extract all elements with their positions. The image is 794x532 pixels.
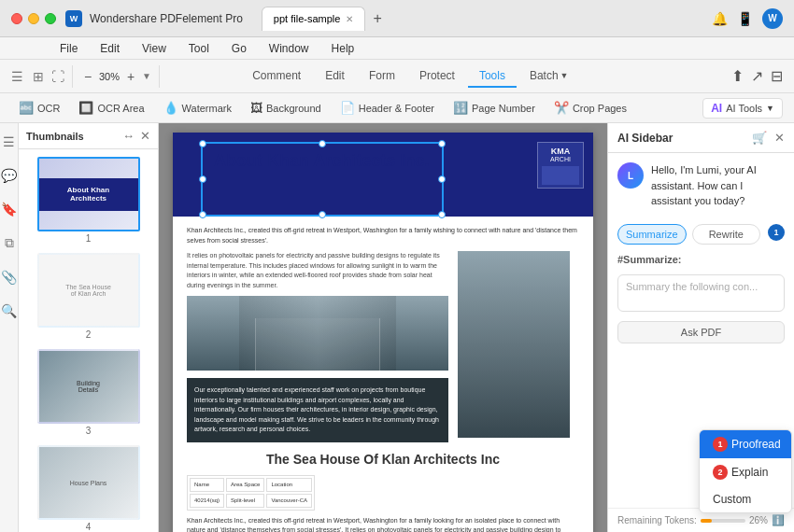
titlebar: W Wondershare PDFelement Pro ppt file-sa…: [0, 0, 794, 37]
summarize-label: #Summarize:: [617, 254, 681, 265]
sidebar-panel: ☰ 💬 🔖 ⧉ 📎 🔍: [0, 123, 19, 532]
thumbnails-header: Thumbnails ↔ ✕: [19, 123, 158, 149]
selection-handle-ml[interactable]: [199, 175, 206, 183]
tab-close-icon[interactable]: ✕: [346, 14, 353, 24]
new-tab-button[interactable]: +: [373, 11, 381, 26]
selection-handle-bm[interactable]: [319, 211, 326, 218]
fullscreen-icon[interactable]: ⛶: [51, 69, 64, 84]
selection-handle-tr[interactable]: [438, 140, 446, 147]
zoom-value: 30%: [99, 71, 120, 82]
info-icon[interactable]: ℹ️: [772, 514, 785, 526]
thumbnails-expand-icon[interactable]: ↔: [122, 129, 135, 143]
doc-col-left: It relies on photovoltaic panels for ele…: [187, 251, 448, 442]
rewrite-button[interactable]: Rewrite: [692, 224, 760, 245]
close-button[interactable]: [11, 13, 22, 24]
tablet-icon[interactable]: 📱: [737, 11, 753, 26]
menu-file[interactable]: File: [56, 40, 81, 57]
thumbnail-page-4[interactable]: House Plans 4: [26, 445, 150, 532]
thumbnails-panel: Thumbnails ↔ ✕ About KhanArchitects 1 Th…: [19, 123, 159, 532]
menu-tool[interactable]: Tool: [185, 40, 213, 57]
tab-batch[interactable]: Batch ▼: [518, 65, 580, 88]
ai-text-area[interactable]: Summary the following con...: [617, 274, 785, 312]
menu-window[interactable]: Window: [265, 40, 313, 57]
upload-icon[interactable]: ⬆: [731, 67, 744, 85]
selection-handle-tm[interactable]: [319, 140, 326, 147]
doc-section2-text: Our exceptionally talented and experienc…: [194, 385, 441, 435]
thumbnail-page-2[interactable]: The Sea Houseof Klan Arch 2: [26, 253, 150, 340]
ai-input-placeholder: Summary the following con...: [626, 281, 758, 292]
attachment-icon[interactable]: 📎: [0, 266, 21, 288]
text-selection-box[interactable]: About Khan Architects Inc.: [201, 142, 444, 217]
doc-col-text: It relies on photovoltaic panels for ele…: [187, 251, 448, 290]
watermark-button[interactable]: 💧 Watermark: [156, 98, 239, 118]
doc-bottom-text: Khan Architects Inc., created this off-g…: [187, 516, 579, 533]
summarize-button[interactable]: Summarize: [617, 224, 687, 245]
zoom-dropdown-icon[interactable]: ▼: [142, 71, 151, 81]
selection-handle-br[interactable]: [438, 211, 446, 218]
ocr-area-button[interactable]: 🔲 OCR Area: [71, 98, 151, 118]
selection-handle-tl[interactable]: [199, 140, 206, 147]
doc-title-text: About Khan Architects Inc.: [203, 144, 442, 179]
user-avatar[interactable]: W: [762, 8, 783, 29]
selection-handle-bl[interactable]: [199, 211, 206, 218]
page-number-label: Page Number: [472, 103, 535, 114]
comment-sidebar-icon[interactable]: 💬: [0, 164, 21, 187]
page-number-button[interactable]: 🔢 Page Number: [446, 98, 543, 118]
notification-icon[interactable]: 🔔: [712, 11, 728, 26]
zoom-in-button[interactable]: +: [123, 69, 138, 84]
doc-section2: Our exceptionally talented and experienc…: [187, 378, 448, 442]
context-menu-explain[interactable]: 2 Explain: [700, 458, 791, 486]
layout-icon[interactable]: ⊟: [771, 67, 783, 85]
search-sidebar-icon[interactable]: 🔍: [0, 300, 21, 322]
thumbnail-page-3[interactable]: BuildingDetails 3: [26, 349, 150, 436]
doc-table-area: NameArea SpaceLocation 40214(sq)Split-le…: [187, 475, 579, 511]
ai-close-icon[interactable]: ✕: [774, 131, 785, 145]
document-tab[interactable]: ppt file-sample ✕: [262, 7, 366, 31]
tab-edit[interactable]: Edit: [314, 65, 356, 88]
bookmark-icon[interactable]: 🔖: [0, 198, 21, 220]
tab-form[interactable]: Form: [358, 65, 406, 88]
maximize-button[interactable]: [45, 13, 56, 24]
menu-help[interactable]: Help: [328, 40, 359, 57]
app-name: Wondershare PDFelement Pro: [90, 12, 243, 25]
menu-view[interactable]: View: [138, 40, 170, 57]
ai-tools-button[interactable]: AI AI Tools ▼: [702, 98, 783, 119]
ocr-button[interactable]: 🔤 OCR: [11, 98, 67, 118]
ai-tools-label: AI Tools: [726, 103, 762, 114]
thumbnail-image-4: House Plans: [37, 445, 140, 520]
grid-icon[interactable]: ⊞: [33, 69, 44, 84]
tab-tools[interactable]: Tools: [468, 65, 517, 88]
menu-edit[interactable]: Edit: [96, 40, 123, 57]
background-label: Background: [266, 103, 321, 114]
doc-logo: KMA ARCHI: [537, 142, 584, 189]
nav-right: ⬆ ↗ ⊟: [731, 67, 783, 85]
summarize-heading: #Summarize:: [608, 250, 794, 269]
layers-icon[interactable]: ⧉: [1, 231, 18, 255]
background-icon: 🖼: [250, 101, 262, 115]
ask-pdf-button[interactable]: Ask PDF: [617, 321, 785, 343]
share-icon[interactable]: ↗: [751, 67, 763, 85]
sidebar-toggle-icon[interactable]: ☰: [11, 69, 23, 84]
thumbnails-close-icon[interactable]: ✕: [140, 129, 150, 143]
doc-bottom-p: Khan Architects Inc., created this off-g…: [187, 516, 579, 533]
tab-protect[interactable]: Protect: [408, 65, 466, 88]
zoom-out-button[interactable]: −: [80, 69, 95, 84]
ai-cart-icon[interactable]: 🛒: [752, 131, 767, 145]
context-menu-custom[interactable]: Custom: [700, 486, 791, 512]
thumbnails-controls: ↔ ✕: [122, 129, 150, 143]
minimize-button[interactable]: [28, 13, 39, 24]
selection-handle-mr[interactable]: [438, 175, 446, 183]
ai-sidebar-title: AI Sidebar: [617, 132, 673, 145]
pages-icon[interactable]: ☰: [0, 131, 19, 153]
thumbnail-page-1[interactable]: About KhanArchitects 1: [26, 157, 150, 244]
badge-2: 2: [713, 465, 728, 480]
crop-pages-button[interactable]: ✂️ Crop Pages: [546, 98, 634, 118]
tab-comment[interactable]: Comment: [241, 65, 312, 88]
batch-label: Batch: [530, 69, 559, 82]
context-menu-proofread[interactable]: 1 Proofread: [700, 430, 791, 458]
header-footer-button[interactable]: 📄 Header & Footer: [333, 98, 442, 118]
main-area: ☰ 💬 🔖 ⧉ 📎 🔍 Thumbnails ↔ ✕ About KhanArc…: [0, 123, 794, 532]
background-button[interactable]: 🖼 Background: [243, 98, 329, 118]
menu-go[interactable]: Go: [228, 40, 250, 57]
ai-avatar: L: [617, 162, 644, 189]
